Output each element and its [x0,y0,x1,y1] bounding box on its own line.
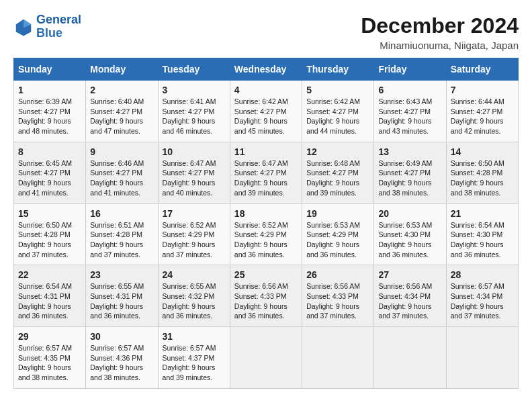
day-number: 18 [234,208,298,219]
day-number: 13 [378,146,441,157]
calendar-cell [230,327,302,389]
calendar-cell: 11Sunrise: 6:47 AMSunset: 4:27 PMDayligh… [230,142,302,203]
cell-content: Sunrise: 6:43 AMSunset: 4:27 PMDaylight:… [378,97,441,136]
calendar-cell: 17Sunrise: 6:52 AMSunset: 4:29 PMDayligh… [158,203,230,265]
calendar-cell: 4Sunrise: 6:42 AMSunset: 4:27 PMDaylight… [230,81,302,142]
calendar-week-3: 15Sunrise: 6:50 AMSunset: 4:28 PMDayligh… [14,203,519,265]
header-row: SundayMondayTuesdayWednesdayThursdayFrid… [14,58,519,81]
day-number: 31 [163,331,226,342]
day-number: 19 [306,208,369,219]
cell-content: Sunrise: 6:57 AMSunset: 4:37 PMDaylight:… [163,343,226,383]
calendar-cell: 9Sunrise: 6:46 AMSunset: 4:27 PMDaylight… [86,142,158,203]
calendar-cell: 3Sunrise: 6:41 AMSunset: 4:27 PMDaylight… [158,81,230,142]
day-number: 6 [378,85,441,95]
logo-line2: Blue [36,26,62,40]
day-number: 20 [378,208,441,219]
cell-content: Sunrise: 6:47 AMSunset: 4:27 PMDaylight:… [234,158,298,198]
calendar-week-1: 1Sunrise: 6:39 AMSunset: 4:27 PMDaylight… [14,81,519,142]
day-number: 26 [306,269,369,280]
calendar-cell: 25Sunrise: 6:56 AMSunset: 4:33 PMDayligh… [230,265,302,327]
calendar-week-5: 29Sunrise: 6:57 AMSunset: 4:35 PMDayligh… [14,327,519,389]
calendar-cell [374,327,446,389]
calendar-cell: 21Sunrise: 6:54 AMSunset: 4:30 PMDayligh… [446,203,518,265]
day-number: 29 [18,331,81,342]
calendar-cell: 18Sunrise: 6:52 AMSunset: 4:29 PMDayligh… [230,203,302,265]
cell-content: Sunrise: 6:50 AMSunset: 4:28 PMDaylight:… [451,158,514,198]
cell-content: Sunrise: 6:52 AMSunset: 4:29 PMDaylight:… [234,220,298,260]
cell-content: Sunrise: 6:42 AMSunset: 4:27 PMDaylight:… [306,97,369,136]
calendar-cell: 31Sunrise: 6:57 AMSunset: 4:37 PMDayligh… [158,327,230,389]
calendar-cell: 6Sunrise: 6:43 AMSunset: 4:27 PMDaylight… [374,81,446,142]
calendar-cell: 14Sunrise: 6:50 AMSunset: 4:28 PMDayligh… [446,142,518,203]
calendar-cell: 24Sunrise: 6:55 AMSunset: 4:32 PMDayligh… [158,265,230,327]
cell-content: Sunrise: 6:56 AMSunset: 4:34 PMDaylight:… [378,281,441,321]
calendar-cell: 7Sunrise: 6:44 AMSunset: 4:27 PMDaylight… [446,81,518,142]
calendar-body: 1Sunrise: 6:39 AMSunset: 4:27 PMDaylight… [14,81,519,389]
cell-content: Sunrise: 6:54 AMSunset: 4:31 PMDaylight:… [18,281,81,321]
day-number: 10 [163,146,226,157]
cell-content: Sunrise: 6:41 AMSunset: 4:27 PMDaylight:… [163,97,226,136]
day-number: 30 [90,331,153,342]
calendar-cell: 10Sunrise: 6:47 AMSunset: 4:27 PMDayligh… [158,142,230,203]
calendar-cell: 2Sunrise: 6:40 AMSunset: 4:27 PMDaylight… [86,81,158,142]
calendar-cell: 29Sunrise: 6:57 AMSunset: 4:35 PMDayligh… [14,327,86,389]
day-number: 28 [451,269,514,280]
day-header-tuesday: Tuesday [158,58,230,81]
calendar-cell: 1Sunrise: 6:39 AMSunset: 4:27 PMDaylight… [14,81,86,142]
day-header-monday: Monday [86,58,158,81]
logo: General Blue [13,13,81,40]
title-area: December 2024 Minamiuonuma, Niigata, Jap… [361,13,519,51]
logo-icon [13,17,34,37]
cell-content: Sunrise: 6:56 AMSunset: 4:33 PMDaylight:… [234,281,298,321]
day-number: 7 [451,85,514,95]
day-number: 16 [90,208,153,219]
cell-content: Sunrise: 6:50 AMSunset: 4:28 PMDaylight:… [18,220,81,260]
calendar-cell [446,327,518,389]
day-number: 15 [18,208,81,219]
day-number: 12 [306,146,369,157]
cell-content: Sunrise: 6:57 AMSunset: 4:36 PMDaylight:… [90,343,153,383]
calendar-cell: 15Sunrise: 6:50 AMSunset: 4:28 PMDayligh… [14,203,86,265]
logo-line1: General [36,13,81,26]
cell-content: Sunrise: 6:54 AMSunset: 4:30 PMDaylight:… [451,220,514,260]
day-number: 14 [451,146,514,157]
day-number: 5 [306,85,369,95]
cell-content: Sunrise: 6:40 AMSunset: 4:27 PMDaylight:… [90,97,153,136]
cell-content: Sunrise: 6:48 AMSunset: 4:27 PMDaylight:… [306,158,369,198]
day-number: 21 [451,208,514,219]
calendar-cell: 20Sunrise: 6:53 AMSunset: 4:30 PMDayligh… [374,203,446,265]
main-title: December 2024 [361,13,519,38]
day-number: 3 [163,85,226,95]
calendar-cell: 22Sunrise: 6:54 AMSunset: 4:31 PMDayligh… [14,265,86,327]
cell-content: Sunrise: 6:56 AMSunset: 4:33 PMDaylight:… [306,281,369,321]
day-number: 25 [234,269,298,280]
day-number: 22 [18,269,81,280]
cell-content: Sunrise: 6:53 AMSunset: 4:30 PMDaylight:… [378,220,441,260]
cell-content: Sunrise: 6:55 AMSunset: 4:31 PMDaylight:… [90,281,153,321]
day-header-friday: Friday [374,58,446,81]
cell-content: Sunrise: 6:55 AMSunset: 4:32 PMDaylight:… [163,281,226,321]
calendar-cell: 5Sunrise: 6:42 AMSunset: 4:27 PMDaylight… [302,81,374,142]
cell-content: Sunrise: 6:53 AMSunset: 4:29 PMDaylight:… [306,220,369,260]
cell-content: Sunrise: 6:47 AMSunset: 4:27 PMDaylight:… [163,158,226,198]
cell-content: Sunrise: 6:51 AMSunset: 4:28 PMDaylight:… [90,220,153,260]
subtitle: Minamiuonuma, Niigata, Japan [361,40,519,51]
day-number: 23 [90,269,153,280]
cell-content: Sunrise: 6:39 AMSunset: 4:27 PMDaylight:… [18,97,81,136]
calendar-cell: 23Sunrise: 6:55 AMSunset: 4:31 PMDayligh… [86,265,158,327]
day-header-saturday: Saturday [446,58,518,81]
day-header-thursday: Thursday [302,58,374,81]
calendar-cell: 16Sunrise: 6:51 AMSunset: 4:28 PMDayligh… [86,203,158,265]
calendar-cell: 27Sunrise: 6:56 AMSunset: 4:34 PMDayligh… [374,265,446,327]
day-number: 24 [163,269,226,280]
calendar-cell: 19Sunrise: 6:53 AMSunset: 4:29 PMDayligh… [302,203,374,265]
calendar-cell: 13Sunrise: 6:49 AMSunset: 4:27 PMDayligh… [374,142,446,203]
cell-content: Sunrise: 6:44 AMSunset: 4:27 PMDaylight:… [451,97,514,136]
day-number: 11 [234,146,298,157]
calendar-week-4: 22Sunrise: 6:54 AMSunset: 4:31 PMDayligh… [14,265,519,327]
calendar-cell: 30Sunrise: 6:57 AMSunset: 4:36 PMDayligh… [86,327,158,389]
calendar-cell: 8Sunrise: 6:45 AMSunset: 4:27 PMDaylight… [14,142,86,203]
calendar-week-2: 8Sunrise: 6:45 AMSunset: 4:27 PMDaylight… [14,142,519,203]
calendar-cell: 28Sunrise: 6:57 AMSunset: 4:34 PMDayligh… [446,265,518,327]
cell-content: Sunrise: 6:49 AMSunset: 4:27 PMDaylight:… [378,158,441,198]
